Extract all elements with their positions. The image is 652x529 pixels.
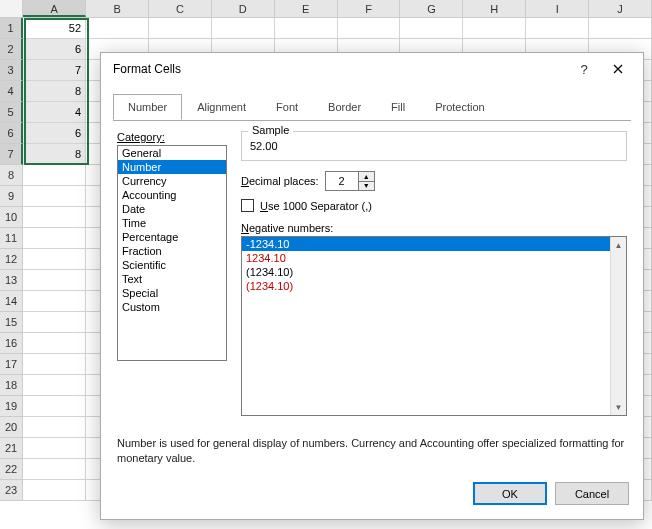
negative-option-0[interactable]: -1234.10: [242, 237, 610, 251]
cell-G1[interactable]: [400, 18, 463, 39]
row-header-2[interactable]: 2: [0, 39, 23, 60]
category-item-special[interactable]: Special: [118, 286, 226, 300]
cell-A20[interactable]: [23, 417, 86, 438]
category-item-currency[interactable]: Currency: [118, 174, 226, 188]
tab-fill[interactable]: Fill: [376, 94, 420, 120]
row-header-7[interactable]: 7: [0, 144, 23, 165]
cell-A13[interactable]: [23, 270, 86, 291]
tab-number[interactable]: Number: [113, 94, 182, 120]
tab-border[interactable]: Border: [313, 94, 376, 120]
row-header-11[interactable]: 11: [0, 228, 23, 249]
category-item-fraction[interactable]: Fraction: [118, 244, 226, 258]
cell-A19[interactable]: [23, 396, 86, 417]
cell-E1[interactable]: [275, 18, 338, 39]
cell-A7[interactable]: 8: [23, 144, 86, 165]
negative-option-1[interactable]: 1234.10: [242, 251, 610, 265]
thousand-separator-checkbox[interactable]: [241, 199, 254, 212]
row-header-16[interactable]: 16: [0, 333, 23, 354]
cell-A14[interactable]: [23, 291, 86, 312]
column-header-F[interactable]: F: [338, 0, 401, 17]
category-item-custom[interactable]: Custom: [118, 300, 226, 314]
row-header-13[interactable]: 13: [0, 270, 23, 291]
tab-alignment[interactable]: Alignment: [182, 94, 261, 120]
scroll-up-icon[interactable]: ▲: [611, 237, 626, 253]
cell-A9[interactable]: [23, 186, 86, 207]
cell-A15[interactable]: [23, 312, 86, 333]
column-header-H[interactable]: H: [463, 0, 526, 17]
column-header-D[interactable]: D: [212, 0, 275, 17]
column-header-I[interactable]: I: [526, 0, 589, 17]
cell-A10[interactable]: [23, 207, 86, 228]
tab-protection[interactable]: Protection: [420, 94, 500, 120]
negative-option-3[interactable]: (1234.10): [242, 279, 610, 293]
cell-H1[interactable]: [463, 18, 526, 39]
column-header-G[interactable]: G: [400, 0, 463, 17]
cell-D1[interactable]: [212, 18, 275, 39]
help-button[interactable]: ?: [567, 56, 601, 82]
category-item-date[interactable]: Date: [118, 202, 226, 216]
column-header-E[interactable]: E: [275, 0, 338, 17]
scrollbar[interactable]: ▲ ▼: [610, 237, 626, 415]
select-all-corner[interactable]: [0, 0, 23, 17]
row-header-6[interactable]: 6: [0, 123, 23, 144]
cell-A6[interactable]: 6: [23, 123, 86, 144]
negative-numbers-list[interactable]: -1234.101234.10(1234.10)(1234.10) ▲ ▼: [241, 236, 627, 416]
row-header-4[interactable]: 4: [0, 81, 23, 102]
column-header-J[interactable]: J: [589, 0, 652, 17]
category-item-scientific[interactable]: Scientific: [118, 258, 226, 272]
cell-A18[interactable]: [23, 375, 86, 396]
close-button[interactable]: [601, 56, 635, 82]
cell-A1[interactable]: 52: [23, 18, 86, 39]
column-header-B[interactable]: B: [86, 0, 149, 17]
row-header-20[interactable]: 20: [0, 417, 23, 438]
cell-I1[interactable]: [526, 18, 589, 39]
tab-font[interactable]: Font: [261, 94, 313, 120]
row-header-3[interactable]: 3: [0, 60, 23, 81]
cell-A11[interactable]: [23, 228, 86, 249]
row-header-21[interactable]: 21: [0, 438, 23, 459]
row-header-18[interactable]: 18: [0, 375, 23, 396]
cell-A21[interactable]: [23, 438, 86, 459]
column-header-A[interactable]: A: [23, 0, 86, 17]
category-item-general[interactable]: General: [118, 146, 226, 160]
spinner-down[interactable]: ▼: [359, 182, 374, 191]
cell-A16[interactable]: [23, 333, 86, 354]
cell-A17[interactable]: [23, 354, 86, 375]
cell-A2[interactable]: 6: [23, 39, 86, 60]
category-item-accounting[interactable]: Accounting: [118, 188, 226, 202]
row-header-9[interactable]: 9: [0, 186, 23, 207]
cell-C1[interactable]: [149, 18, 212, 39]
cell-F1[interactable]: [338, 18, 401, 39]
cell-A23[interactable]: [23, 480, 86, 501]
column-header-C[interactable]: C: [149, 0, 212, 17]
row-header-12[interactable]: 12: [0, 249, 23, 270]
ok-button[interactable]: OK: [473, 482, 547, 505]
row-header-10[interactable]: 10: [0, 207, 23, 228]
cell-J1[interactable]: [589, 18, 652, 39]
category-item-number[interactable]: Number: [118, 160, 226, 174]
scroll-down-icon[interactable]: ▼: [611, 399, 626, 415]
row-header-1[interactable]: 1: [0, 18, 23, 39]
cell-A4[interactable]: 8: [23, 81, 86, 102]
row-header-5[interactable]: 5: [0, 102, 23, 123]
row-header-14[interactable]: 14: [0, 291, 23, 312]
row-header-23[interactable]: 23: [0, 480, 23, 501]
row-header-22[interactable]: 22: [0, 459, 23, 480]
spinner-up[interactable]: ▲: [359, 172, 374, 182]
row-header-15[interactable]: 15: [0, 312, 23, 333]
cell-A22[interactable]: [23, 459, 86, 480]
row-header-19[interactable]: 19: [0, 396, 23, 417]
cell-A3[interactable]: 7: [23, 60, 86, 81]
category-item-text[interactable]: Text: [118, 272, 226, 286]
cell-A5[interactable]: 4: [23, 102, 86, 123]
category-item-time[interactable]: Time: [118, 216, 226, 230]
cancel-button[interactable]: Cancel: [555, 482, 629, 505]
row-header-17[interactable]: 17: [0, 354, 23, 375]
decimal-places-spinner[interactable]: ▲ ▼: [325, 171, 375, 191]
category-item-percentage[interactable]: Percentage: [118, 230, 226, 244]
decimal-places-input[interactable]: [326, 172, 358, 190]
row-header-8[interactable]: 8: [0, 165, 23, 186]
cell-A8[interactable]: [23, 165, 86, 186]
negative-option-2[interactable]: (1234.10): [242, 265, 610, 279]
cell-A12[interactable]: [23, 249, 86, 270]
